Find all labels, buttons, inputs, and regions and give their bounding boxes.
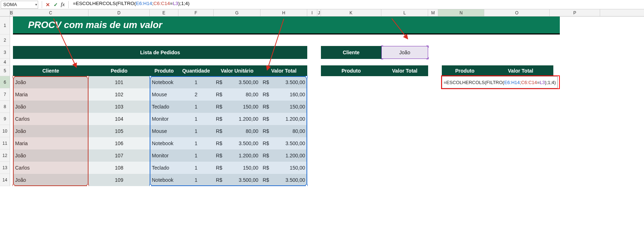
- cell-valor-total[interactable]: R$3.500,00: [260, 174, 307, 186]
- row-header[interactable]: 14: [0, 174, 10, 186]
- col-header[interactable]: G: [214, 9, 260, 16]
- col-header[interactable]: E: [150, 9, 178, 16]
- cell-valor-total[interactable]: R$3.500,00: [260, 137, 307, 149]
- cell-produto[interactable]: Notebook: [150, 76, 178, 88]
- table-row[interactable]: João105Mouse1R$80,00R$80,00: [13, 125, 307, 137]
- cliente-value-cell[interactable]: João: [381, 46, 428, 59]
- sheet-area[interactable]: PROCV com mais de um valor Lista de Pedi…: [10, 17, 644, 186]
- cell-pedido[interactable]: 106: [89, 137, 150, 149]
- cell-quantidade[interactable]: 1: [178, 101, 214, 113]
- col-header[interactable]: J: [317, 9, 321, 16]
- cell-produto[interactable]: Notebook: [150, 174, 178, 186]
- cell-cliente[interactable]: Maria: [13, 88, 89, 101]
- table-row[interactable]: João107Monitor1R$1.200,00R$1.200,00: [13, 149, 307, 162]
- col-header[interactable]: B: [10, 9, 13, 16]
- cell-produto[interactable]: Monitor: [150, 149, 178, 162]
- formula-input[interactable]: =ESCOLHERCOLS(FILTRO(E6:H14;C6:C14=L3);1…: [71, 1, 644, 9]
- cell-quantidade[interactable]: 2: [178, 88, 214, 101]
- table-row[interactable]: João103Teclado1R$150,00R$150,00: [13, 101, 307, 113]
- table-row[interactable]: Maria106Notebook1R$3.500,00R$3.500,00: [13, 137, 307, 149]
- col-header[interactable]: M: [428, 9, 438, 16]
- cell-quantidade[interactable]: 1: [178, 162, 214, 174]
- row-header[interactable]: 1: [0, 17, 10, 34]
- cell-valor-unitario[interactable]: R$150,00: [214, 101, 260, 113]
- row-header[interactable]: 12: [0, 149, 10, 162]
- cell-cliente[interactable]: Carlos: [13, 113, 89, 125]
- table-row[interactable]: Carlos104Monitor1R$1.200,00R$1.200,00: [13, 113, 307, 125]
- table-row[interactable]: João109Notebook1R$3.500,00R$3.500,00: [13, 174, 307, 186]
- enter-icon[interactable]: ✓: [52, 1, 59, 8]
- row-header[interactable]: 13: [0, 162, 10, 174]
- chevron-down-icon[interactable]: ▾: [35, 3, 37, 6]
- cell-quantidade[interactable]: 1: [178, 113, 214, 125]
- row-header[interactable]: 11: [0, 137, 10, 149]
- cell-pedido[interactable]: 109: [89, 174, 150, 186]
- cell-produto[interactable]: Monitor: [150, 113, 178, 125]
- cell-cliente[interactable]: João: [13, 101, 89, 113]
- cell-pedido[interactable]: 101: [89, 76, 150, 88]
- row-header[interactable]: 10: [0, 125, 10, 137]
- col-header[interactable]: K: [321, 9, 381, 16]
- table-row[interactable]: João101Notebook1R$3.500,00R$3.500,00: [13, 76, 307, 88]
- cell-cliente[interactable]: Maria: [13, 137, 89, 149]
- col-header[interactable]: I: [307, 9, 317, 16]
- cell-pedido[interactable]: 108: [89, 162, 150, 174]
- cell-pedido[interactable]: 103: [89, 101, 150, 113]
- cell-valor-unitario[interactable]: R$3.500,00: [214, 174, 260, 186]
- cell-valor-total[interactable]: R$1.200,00: [260, 113, 307, 125]
- col-header[interactable]: P: [550, 9, 600, 16]
- col-header[interactable]: L: [381, 9, 428, 16]
- cell-pedido[interactable]: 105: [89, 125, 150, 137]
- cell-pedido[interactable]: 104: [89, 113, 150, 125]
- col-header[interactable]: O: [484, 9, 550, 16]
- row-header[interactable]: 4: [0, 59, 10, 65]
- row-header[interactable]: 7: [0, 88, 10, 101]
- cell-quantidade[interactable]: 1: [178, 76, 214, 88]
- cell-produto[interactable]: Mouse: [150, 88, 178, 101]
- cell-valor-unitario[interactable]: R$1.200,00: [214, 149, 260, 162]
- col-header[interactable]: C: [13, 9, 89, 16]
- cell-pedido[interactable]: 107: [89, 149, 150, 162]
- cell-valor-unitario[interactable]: R$80,00: [214, 88, 260, 101]
- row-header[interactable]: 3: [0, 46, 10, 59]
- cell-quantidade[interactable]: 1: [178, 137, 214, 149]
- cell-cliente[interactable]: João: [13, 125, 89, 137]
- cell-valor-total[interactable]: R$150,00: [260, 101, 307, 113]
- select-all-corner[interactable]: [0, 9, 10, 16]
- cell-quantidade[interactable]: 1: [178, 149, 214, 162]
- cell-quantidade[interactable]: 1: [178, 125, 214, 137]
- cell-pedido[interactable]: 102: [89, 88, 150, 101]
- fx-icon[interactable]: fx: [60, 1, 66, 8]
- cell-produto[interactable]: Teclado: [150, 101, 178, 113]
- cell-valor-total[interactable]: R$80,00: [260, 125, 307, 137]
- cell-produto[interactable]: Notebook: [150, 137, 178, 149]
- table-row[interactable]: Carlos108Teclado1R$150,00R$150,00: [13, 162, 307, 174]
- active-cell-editor[interactable]: =ESCOLHERCOLS(FILTRO(E6:H14;C6:C14=L3);1…: [442, 76, 558, 88]
- row-header[interactable]: 8: [0, 101, 10, 113]
- col-header[interactable]: H: [260, 9, 307, 16]
- cell-cliente[interactable]: João: [13, 76, 89, 88]
- cell-produto[interactable]: Mouse: [150, 125, 178, 137]
- row-header[interactable]: 2: [0, 34, 10, 46]
- cell-cliente[interactable]: Carlos: [13, 162, 89, 174]
- cell-valor-total[interactable]: R$160,00: [260, 88, 307, 101]
- col-header[interactable]: N: [438, 9, 484, 16]
- cell-valor-unitario[interactable]: R$3.500,00: [214, 76, 260, 88]
- cancel-icon[interactable]: ✕: [44, 1, 51, 8]
- cell-produto[interactable]: Teclado: [150, 162, 178, 174]
- col-header[interactable]: D: [89, 9, 150, 16]
- cell-cliente[interactable]: João: [13, 174, 89, 186]
- table-row[interactable]: Maria102Mouse2R$80,00R$160,00: [13, 88, 307, 101]
- col-header[interactable]: F: [178, 9, 214, 16]
- row-header[interactable]: 5: [0, 65, 10, 76]
- cell-quantidade[interactable]: 1: [178, 174, 214, 186]
- name-box[interactable]: SOMA ▾: [1, 1, 38, 9]
- row-header[interactable]: 9: [0, 113, 10, 125]
- cell-valor-total[interactable]: R$3.500,00: [260, 76, 307, 88]
- cell-valor-unitario[interactable]: R$150,00: [214, 162, 260, 174]
- row-header[interactable]: 6: [0, 76, 10, 88]
- cell-valor-unitario[interactable]: R$80,00: [214, 125, 260, 137]
- cell-cliente[interactable]: João: [13, 149, 89, 162]
- cell-valor-total[interactable]: R$150,00: [260, 162, 307, 174]
- cell-valor-unitario[interactable]: R$1.200,00: [214, 113, 260, 125]
